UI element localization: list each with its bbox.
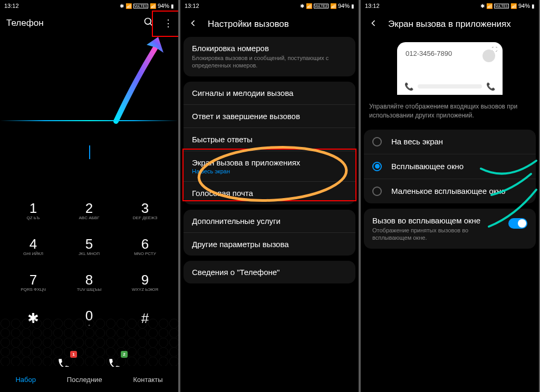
key-7[interactable]: 7PQRS ФХЦЧ [5,264,61,300]
option-popup[interactable]: Всплывающее окно [364,154,536,179]
answer-icon: 📞 [404,82,413,91]
decorative-divider [0,120,178,121]
status-bar: 13:12 ✱ 📶 VoLTE1 📶 94% ▮ [361,0,539,12]
signal-icon: 📶 [486,3,493,9]
bluetooth-icon: ✱ [480,3,485,9]
app-title: Телефон [6,18,44,28]
item-ringtones[interactable]: Сигналы и мелодии вызова [184,82,355,104]
preview-number: 012-3456-7890 [406,50,494,57]
option-small-popup[interactable]: Маленькое всплывающее окно [364,179,536,203]
radio-icon [372,162,382,171]
radio-icon [372,187,382,196]
battery-pct: 94% [338,3,350,9]
key-5[interactable]: 5JKL МНОП [61,229,117,264]
battery-icon: ▮ [532,3,535,9]
preview-placeholder [418,84,482,89]
key-6[interactable]: 6MNO РСТУ [117,229,173,264]
status-time: 13:12 [4,3,19,9]
battery-pct: 94% [158,3,169,9]
bluetooth-icon: ✱ [120,3,124,9]
more-menu-icon[interactable]: ⋮ [163,17,172,29]
svg-point-0 [145,18,151,25]
status-bar: 13:12 ✱ 📶 VoLTE2 📶 94% ▮ [180,0,359,12]
battery-pct: 94% [518,3,530,9]
sim2-badge: 2 [121,351,128,358]
sim1-badge: 1 [70,351,77,358]
key-4[interactable]: 4GHI ИЙКЛ [5,229,61,264]
svg-line-1 [150,24,152,26]
toggle-switch[interactable] [508,218,527,229]
dialer-keypad: 1QZ ЬЪ 2ABC АБВГ 3DEF ДЕЁЖЗ 4GHI ИЙКЛ 5J… [0,193,178,336]
option-fullscreen[interactable]: На весь экран [364,130,536,154]
status-icons: ✱ 📶 VoLTE2 📶 94% ▮ [300,3,354,9]
call-preview-card: ⛶ 012-3456-7890 📞 📞 [397,42,503,95]
key-9[interactable]: 9WXYZ ЬЭЮЯ [117,264,173,300]
phone-call-settings-screen: 13:12 ✱ 📶 VoLTE2 📶 94% ▮ Настройки вызов… [180,0,359,392]
signal-icon: 📶 [306,3,312,9]
settings-title: Настройки вызовов [208,19,289,30]
status-icons: ✱ 📶 VoLTE1 📶 94% ▮ [480,3,535,9]
status-icons: ✱ 📶 VoLTE1 📶 94% ▮ [120,3,174,9]
key-1[interactable]: 1QZ ЬЪ [5,193,61,229]
battery-icon: ▮ [171,3,174,9]
dialer-input-cursor [89,145,90,159]
item-about-phone[interactable]: Сведения о "Телефоне" [184,261,355,283]
item-call-display[interactable]: Экран вызова в приложениях На весь экран [184,151,355,181]
volte-icon: VoLTE2 [314,4,329,8]
volte-icon: VoLTE1 [133,4,148,8]
tab-dial[interactable]: Набор [15,376,36,384]
bluetooth-icon: ✱ [300,3,304,9]
screen-header: Экран вызова в приложениях [361,12,539,37]
key-8[interactable]: 8TUV ШЩЪЫ [61,264,117,300]
back-icon[interactable] [188,18,198,31]
annotation-arrow [105,34,174,124]
screen-title: Экран вызова в приложениях [388,19,511,30]
item-block-numbers[interactable]: Блокировка номеров Блокировка вызовов и … [184,37,355,76]
status-time: 13:12 [365,3,380,9]
phone-call-display-screen: 13:12 ✱ 📶 VoLTE1 📶 94% ▮ Экран вызова в … [361,0,539,392]
item-extra-services[interactable]: Дополнительные услуги [184,210,355,232]
item-other-settings[interactable]: Другие параметры вызова [184,232,355,256]
signal-icon: 📶 [126,3,132,9]
bottom-tabs: Набор Последние Контакты [0,367,178,392]
signal2-icon: 📶 [330,3,336,9]
tab-recent[interactable]: Последние [67,376,102,384]
tab-contacts[interactable]: Контакты [133,376,162,384]
battery-icon: ▮ [351,3,354,9]
radio-icon [372,137,382,146]
avatar [483,50,495,62]
phone-app-header: Телефон ⋮ [0,12,178,35]
back-icon[interactable] [368,18,379,31]
item-quick-replies[interactable]: Быстрые ответы [184,128,355,151]
signal2-icon: 📶 [150,3,156,9]
signal2-icon: 📶 [510,3,517,9]
key-3[interactable]: 3DEF ДЕЁЖЗ [117,193,173,229]
settings-header: Настройки вызовов [180,12,359,37]
item-answer-end[interactable]: Ответ и завершение вызовов [184,104,355,128]
toggle-popup-call[interactable]: Вызов во всплывающем окне Отображение пр… [364,209,536,249]
phone-dialer-screen: 13:12 ✱ 📶 VoLTE1 📶 94% ▮ Телефон ⋮ 1QZ Ь… [0,0,178,392]
volte-icon: VoLTE1 [494,4,509,8]
key-2[interactable]: 2ABC АБВГ [61,193,117,229]
item-voicemail[interactable]: Голосовая почта [184,181,355,204]
helper-text: Управляйте отображением входящих вызовов… [361,95,539,130]
search-icon[interactable] [143,17,154,30]
status-bar: 13:12 ✱ 📶 VoLTE1 📶 94% ▮ [0,0,178,12]
decline-icon: 📞 [486,82,495,91]
status-time: 13:12 [185,3,199,9]
